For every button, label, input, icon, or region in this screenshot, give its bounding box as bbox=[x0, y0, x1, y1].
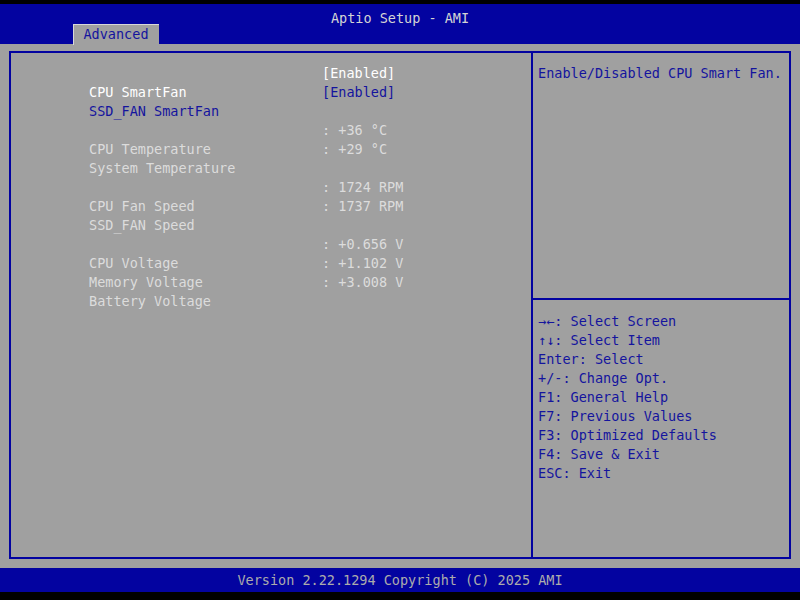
tab-advanced[interactable]: Advanced bbox=[73, 24, 159, 45]
item-label: System Temperature bbox=[89, 160, 235, 176]
legend-select-screen: →←: Select Screen bbox=[538, 312, 717, 331]
item-label: Battery Voltage bbox=[89, 293, 211, 309]
legend-optimized-defaults: F3: Optimized Defaults bbox=[538, 426, 717, 445]
help-pane: Enable/Disabled CPU Smart Fan. →←: Selec… bbox=[533, 53, 789, 557]
options-pane: CPU SmartFan [Enabled] SSD_FAN SmartFan … bbox=[11, 53, 531, 557]
item-value: : 1724 RPM bbox=[322, 178, 403, 197]
bios-setup-screen: Aptio Setup - AMI Advanced CPU SmartFan … bbox=[0, 0, 800, 600]
item-value: : +0.656 V bbox=[322, 235, 403, 254]
legend-select-item: ↑↓: Select Item bbox=[538, 331, 717, 350]
item-help-text: Enable/Disabled CPU Smart Fan. bbox=[538, 64, 789, 83]
item-value: : +3.008 V bbox=[322, 273, 403, 292]
bottom-black-strip bbox=[0, 592, 800, 600]
help-pane-divider bbox=[533, 298, 789, 300]
bios-item-memory-voltage: Memory Voltage : +1.102 V bbox=[24, 254, 531, 273]
panel-divider bbox=[531, 53, 533, 557]
item-value: [Enabled] bbox=[322, 64, 395, 83]
item-value: : +29 °C bbox=[322, 140, 387, 159]
item-value: : 1737 RPM bbox=[322, 197, 403, 216]
legend-enter-select: Enter: Select bbox=[538, 350, 717, 369]
key-legend: →←: Select Screen ↑↓: Select Item Enter:… bbox=[538, 312, 717, 483]
bios-item-system-temperature: System Temperature : +29 °C bbox=[24, 140, 531, 159]
bios-item-battery-voltage: Battery Voltage : +3.008 V bbox=[24, 273, 531, 292]
item-label: SSD_FAN Speed bbox=[89, 217, 195, 233]
legend-change-opt: +/-: Change Opt. bbox=[538, 369, 717, 388]
bios-item-cpu-temperature: CPU Temperature : +36 °C bbox=[24, 121, 531, 140]
bios-item-cpu-fan-speed: CPU Fan Speed : 1724 RPM bbox=[24, 178, 531, 197]
bios-item-cpu-voltage: CPU Voltage : +0.656 V bbox=[24, 235, 531, 254]
legend-previous-values: F7: Previous Values bbox=[538, 407, 717, 426]
legend-esc-exit: ESC: Exit bbox=[538, 464, 717, 483]
setup-panel: CPU SmartFan [Enabled] SSD_FAN SmartFan … bbox=[9, 51, 791, 559]
legend-save-exit: F4: Save & Exit bbox=[538, 445, 717, 464]
item-value: : +1.102 V bbox=[322, 254, 403, 273]
legend-general-help: F1: General Help bbox=[538, 388, 717, 407]
bios-item-ssd-fan-smartfan[interactable]: SSD_FAN SmartFan [Enabled] bbox=[24, 83, 531, 102]
bios-item-ssd-fan-speed: SSD_FAN Speed : 1737 RPM bbox=[24, 197, 531, 216]
version-bar: Version 2.22.1294 Copyright (C) 2025 AMI bbox=[0, 568, 800, 592]
item-value: : +36 °C bbox=[322, 121, 387, 140]
bios-item-cpu-smartfan[interactable]: CPU SmartFan [Enabled] bbox=[24, 64, 531, 83]
item-label: SSD_FAN SmartFan bbox=[89, 103, 219, 119]
header-bar: Aptio Setup - AMI Advanced bbox=[0, 4, 800, 44]
item-value: [Enabled] bbox=[322, 83, 395, 102]
